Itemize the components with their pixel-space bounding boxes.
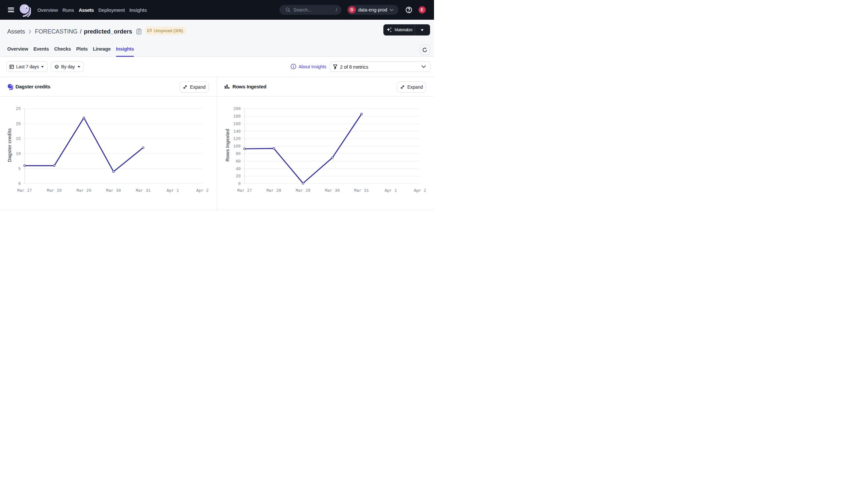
svg-text:0: 0 (18, 182, 21, 186)
svg-text:20: 20 (236, 174, 241, 179)
svg-text:Dagster credits: Dagster credits (7, 129, 12, 162)
svg-text:80: 80 (236, 152, 241, 156)
svg-text:Mar 27: Mar 27 (237, 188, 252, 193)
svg-text:120: 120 (233, 137, 241, 141)
svg-text:60: 60 (236, 159, 241, 164)
svg-text:Mar 28: Mar 28 (47, 188, 62, 193)
svg-text:Mar 27: Mar 27 (17, 188, 32, 193)
svg-text:Apr 1: Apr 1 (167, 188, 179, 193)
svg-text:140: 140 (233, 129, 241, 134)
svg-text:180: 180 (233, 114, 241, 119)
svg-text:Apr 1: Apr 1 (385, 188, 397, 193)
svg-text:Apr 2: Apr 2 (196, 188, 209, 193)
svg-text:Mar 31: Mar 31 (136, 188, 151, 193)
svg-text:Mar 31: Mar 31 (354, 188, 369, 193)
svg-text:Mar 29: Mar 29 (296, 188, 310, 193)
svg-text:100: 100 (233, 144, 241, 149)
svg-text:160: 160 (233, 122, 241, 127)
svg-text:10: 10 (16, 152, 21, 156)
svg-text:Mar 30: Mar 30 (325, 188, 340, 193)
svg-text:Apr 2: Apr 2 (414, 188, 426, 193)
svg-text:20: 20 (16, 122, 21, 127)
svg-text:Mar 29: Mar 29 (77, 188, 91, 193)
svg-text:0: 0 (238, 182, 241, 186)
svg-text:40: 40 (236, 167, 241, 171)
svg-text:25: 25 (16, 107, 21, 112)
svg-text:15: 15 (16, 137, 21, 141)
svg-text:200: 200 (233, 107, 241, 112)
svg-text:5: 5 (18, 167, 21, 171)
svg-text:Rows Ingested: Rows Ingested (225, 129, 230, 162)
svg-text:Mar 30: Mar 30 (106, 188, 121, 193)
svg-text:Mar 28: Mar 28 (266, 188, 281, 193)
